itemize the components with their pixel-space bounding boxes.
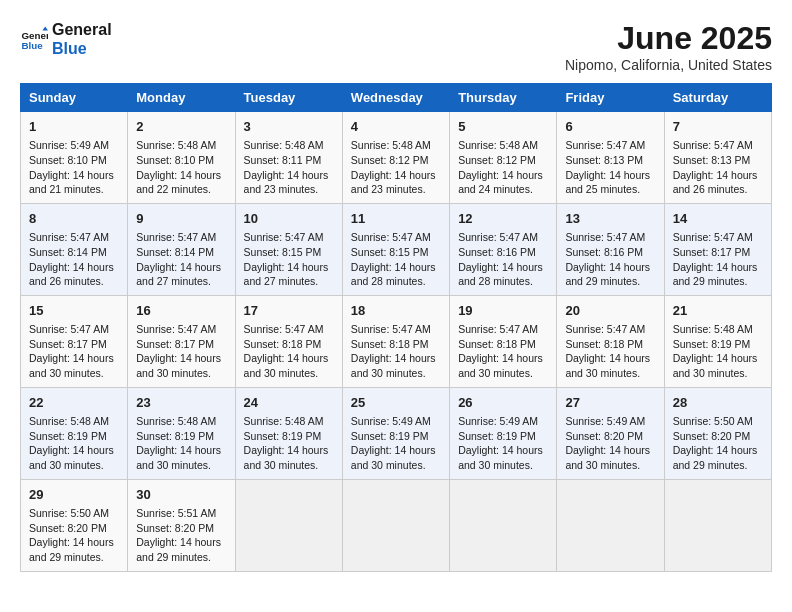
calendar-cell: 29Sunrise: 5:50 AMSunset: 8:20 PMDayligh… xyxy=(21,479,128,571)
sunset-time: Sunset: 8:10 PM xyxy=(136,154,214,166)
daylight-hours: Daylight: 14 hours and 30 minutes. xyxy=(351,444,436,471)
calendar-cell: 9Sunrise: 5:47 AMSunset: 8:14 PMDaylight… xyxy=(128,203,235,295)
sunrise-time: Sunrise: 5:48 AM xyxy=(673,323,753,335)
daylight-hours: Daylight: 14 hours and 26 minutes. xyxy=(673,169,758,196)
daylight-hours: Daylight: 14 hours and 29 minutes. xyxy=(673,261,758,288)
day-number: 10 xyxy=(244,210,334,228)
sunset-time: Sunset: 8:10 PM xyxy=(29,154,107,166)
daylight-hours: Daylight: 14 hours and 30 minutes. xyxy=(136,444,221,471)
sunset-time: Sunset: 8:15 PM xyxy=(244,246,322,258)
day-number: 14 xyxy=(673,210,763,228)
daylight-hours: Daylight: 14 hours and 26 minutes. xyxy=(29,261,114,288)
daylight-hours: Daylight: 14 hours and 23 minutes. xyxy=(244,169,329,196)
sunrise-time: Sunrise: 5:47 AM xyxy=(351,323,431,335)
logo-general: General xyxy=(52,20,112,39)
day-number: 24 xyxy=(244,394,334,412)
daylight-hours: Daylight: 14 hours and 25 minutes. xyxy=(565,169,650,196)
day-number: 13 xyxy=(565,210,655,228)
sunrise-time: Sunrise: 5:47 AM xyxy=(136,323,216,335)
logo: General Blue General Blue xyxy=(20,20,112,58)
sunset-time: Sunset: 8:19 PM xyxy=(29,430,107,442)
calendar-cell: 30Sunrise: 5:51 AMSunset: 8:20 PMDayligh… xyxy=(128,479,235,571)
day-number: 18 xyxy=(351,302,441,320)
sunrise-time: Sunrise: 5:47 AM xyxy=(565,139,645,151)
daylight-hours: Daylight: 14 hours and 30 minutes. xyxy=(458,352,543,379)
daylight-hours: Daylight: 14 hours and 22 minutes. xyxy=(136,169,221,196)
sunset-time: Sunset: 8:20 PM xyxy=(673,430,751,442)
logo-icon: General Blue xyxy=(20,25,48,53)
sunset-time: Sunset: 8:20 PM xyxy=(565,430,643,442)
sunset-time: Sunset: 8:17 PM xyxy=(29,338,107,350)
calendar-cell: 17Sunrise: 5:47 AMSunset: 8:18 PMDayligh… xyxy=(235,295,342,387)
calendar-week-row: 29Sunrise: 5:50 AMSunset: 8:20 PMDayligh… xyxy=(21,479,772,571)
day-number: 30 xyxy=(136,486,226,504)
calendar-week-row: 8Sunrise: 5:47 AMSunset: 8:14 PMDaylight… xyxy=(21,203,772,295)
sunrise-time: Sunrise: 5:47 AM xyxy=(29,231,109,243)
calendar-cell: 21Sunrise: 5:48 AMSunset: 8:19 PMDayligh… xyxy=(664,295,771,387)
day-number: 22 xyxy=(29,394,119,412)
calendar-cell: 10Sunrise: 5:47 AMSunset: 8:15 PMDayligh… xyxy=(235,203,342,295)
sunrise-time: Sunrise: 5:48 AM xyxy=(351,139,431,151)
sunrise-time: Sunrise: 5:49 AM xyxy=(29,139,109,151)
calendar-cell xyxy=(664,479,771,571)
daylight-hours: Daylight: 14 hours and 27 minutes. xyxy=(244,261,329,288)
calendar-cell: 4Sunrise: 5:48 AMSunset: 8:12 PMDaylight… xyxy=(342,112,449,204)
weekday-header-wednesday: Wednesday xyxy=(342,84,449,112)
sunrise-time: Sunrise: 5:47 AM xyxy=(565,323,645,335)
sunset-time: Sunset: 8:19 PM xyxy=(351,430,429,442)
daylight-hours: Daylight: 14 hours and 30 minutes. xyxy=(136,352,221,379)
sunset-time: Sunset: 8:13 PM xyxy=(565,154,643,166)
sunset-time: Sunset: 8:17 PM xyxy=(673,246,751,258)
page-header: General Blue General Blue June 2025 Nipo… xyxy=(20,20,772,73)
logo-blue: Blue xyxy=(52,39,112,58)
daylight-hours: Daylight: 14 hours and 29 minutes. xyxy=(673,444,758,471)
calendar-cell: 1Sunrise: 5:49 AMSunset: 8:10 PMDaylight… xyxy=(21,112,128,204)
calendar-cell xyxy=(450,479,557,571)
sunrise-time: Sunrise: 5:47 AM xyxy=(244,231,324,243)
subtitle: Nipomo, California, United States xyxy=(565,57,772,73)
daylight-hours: Daylight: 14 hours and 23 minutes. xyxy=(351,169,436,196)
calendar-cell xyxy=(235,479,342,571)
weekday-header-saturday: Saturday xyxy=(664,84,771,112)
sunrise-time: Sunrise: 5:48 AM xyxy=(136,415,216,427)
day-number: 1 xyxy=(29,118,119,136)
calendar-table: SundayMondayTuesdayWednesdayThursdayFrid… xyxy=(20,83,772,572)
day-number: 15 xyxy=(29,302,119,320)
sunset-time: Sunset: 8:20 PM xyxy=(29,522,107,534)
day-number: 6 xyxy=(565,118,655,136)
sunset-time: Sunset: 8:19 PM xyxy=(244,430,322,442)
sunset-time: Sunset: 8:18 PM xyxy=(458,338,536,350)
sunset-time: Sunset: 8:11 PM xyxy=(244,154,322,166)
sunrise-time: Sunrise: 5:50 AM xyxy=(29,507,109,519)
daylight-hours: Daylight: 14 hours and 24 minutes. xyxy=(458,169,543,196)
daylight-hours: Daylight: 14 hours and 30 minutes. xyxy=(244,444,329,471)
sunrise-time: Sunrise: 5:51 AM xyxy=(136,507,216,519)
day-number: 7 xyxy=(673,118,763,136)
sunrise-time: Sunrise: 5:47 AM xyxy=(136,231,216,243)
daylight-hours: Daylight: 14 hours and 28 minutes. xyxy=(458,261,543,288)
calendar-cell: 12Sunrise: 5:47 AMSunset: 8:16 PMDayligh… xyxy=(450,203,557,295)
calendar-cell: 11Sunrise: 5:47 AMSunset: 8:15 PMDayligh… xyxy=(342,203,449,295)
svg-text:Blue: Blue xyxy=(21,40,43,51)
calendar-cell: 20Sunrise: 5:47 AMSunset: 8:18 PMDayligh… xyxy=(557,295,664,387)
calendar-week-row: 15Sunrise: 5:47 AMSunset: 8:17 PMDayligh… xyxy=(21,295,772,387)
daylight-hours: Daylight: 14 hours and 21 minutes. xyxy=(29,169,114,196)
day-number: 17 xyxy=(244,302,334,320)
day-number: 19 xyxy=(458,302,548,320)
calendar-cell: 14Sunrise: 5:47 AMSunset: 8:17 PMDayligh… xyxy=(664,203,771,295)
sunset-time: Sunset: 8:16 PM xyxy=(458,246,536,258)
daylight-hours: Daylight: 14 hours and 27 minutes. xyxy=(136,261,221,288)
sunrise-time: Sunrise: 5:47 AM xyxy=(673,231,753,243)
calendar-cell: 5Sunrise: 5:48 AMSunset: 8:12 PMDaylight… xyxy=(450,112,557,204)
calendar-cell: 23Sunrise: 5:48 AMSunset: 8:19 PMDayligh… xyxy=(128,387,235,479)
calendar-cell xyxy=(557,479,664,571)
sunrise-time: Sunrise: 5:48 AM xyxy=(244,415,324,427)
title-block: June 2025 Nipomo, California, United Sta… xyxy=(565,20,772,73)
sunrise-time: Sunrise: 5:48 AM xyxy=(244,139,324,151)
sunrise-time: Sunrise: 5:49 AM xyxy=(565,415,645,427)
day-number: 28 xyxy=(673,394,763,412)
calendar-cell: 6Sunrise: 5:47 AMSunset: 8:13 PMDaylight… xyxy=(557,112,664,204)
sunset-time: Sunset: 8:19 PM xyxy=(136,430,214,442)
calendar-cell: 7Sunrise: 5:47 AMSunset: 8:13 PMDaylight… xyxy=(664,112,771,204)
calendar-week-row: 22Sunrise: 5:48 AMSunset: 8:19 PMDayligh… xyxy=(21,387,772,479)
